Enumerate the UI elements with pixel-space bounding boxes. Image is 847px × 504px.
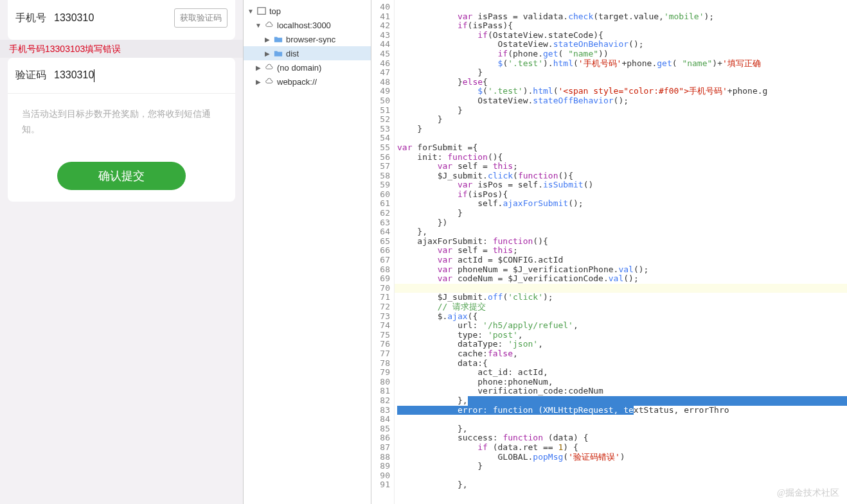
code-line[interactable]: GLOBAL.popMsg('验证码错误')	[395, 453, 847, 462]
line-number[interactable]: 81	[371, 387, 394, 396]
code-line[interactable]: var actId = $CONFIG.actId	[395, 256, 847, 265]
line-number[interactable]: 48	[371, 78, 394, 87]
code-line[interactable]: }	[395, 115, 847, 125]
code-line[interactable]: ajaxForSubmit: function(){	[395, 237, 847, 247]
code-line[interactable]: if(OstateView.stateCode){	[395, 31, 847, 40]
line-number[interactable]: 44	[371, 40, 394, 49]
code-line[interactable]: },	[395, 396, 847, 406]
line-number[interactable]: 72	[371, 302, 394, 312]
expand-arrow-icon[interactable]: ▶	[264, 36, 271, 43]
code-line[interactable]: error: function (XMLHttpRequest, textSta…	[395, 406, 847, 415]
code-input[interactable]: 1330310	[54, 69, 227, 82]
code-line[interactable]: var self = this;	[395, 246, 847, 256]
line-number[interactable]: 84	[371, 415, 394, 424]
line-number[interactable]: 67	[371, 256, 394, 265]
code-area[interactable]: var isPass = validata.check(target.value…	[395, 0, 847, 504]
line-number[interactable]: 74	[371, 321, 394, 331]
line-number[interactable]: 76	[371, 340, 394, 349]
code-line[interactable]: })	[395, 218, 847, 228]
line-number[interactable]: 52	[371, 115, 394, 125]
code-line[interactable]: var codeNum = $J_verificationCode.val();	[395, 274, 847, 284]
code-line[interactable]	[395, 471, 847, 481]
submit-button[interactable]: 确认提交	[57, 162, 186, 190]
line-number[interactable]: 83	[371, 406, 394, 415]
line-number[interactable]: 40	[371, 3, 394, 12]
line-number[interactable]: 58	[371, 171, 394, 181]
line-number[interactable]: 46	[371, 59, 394, 69]
line-number[interactable]: 57	[371, 162, 394, 171]
line-number[interactable]: 79	[371, 368, 394, 378]
tree-item--no-domain-[interactable]: ▶(no domain)	[244, 60, 371, 74]
expand-arrow-icon[interactable]: ▼	[255, 22, 262, 29]
line-number[interactable]: 87	[371, 443, 394, 453]
line-number[interactable]: 88	[371, 453, 394, 462]
line-number[interactable]: 91	[371, 480, 394, 490]
expand-arrow-icon[interactable]: ▶	[255, 78, 262, 85]
line-number[interactable]: 45	[371, 49, 394, 59]
tree-item-localhost-3000[interactable]: ▼localhost:3000	[244, 18, 371, 32]
code-line[interactable]: }else{	[395, 78, 847, 87]
tree-item-dist[interactable]: ▶dist	[244, 46, 371, 60]
line-number[interactable]: 50	[371, 96, 394, 106]
code-line[interactable]: OstateView.stateOffBehavior();	[395, 96, 847, 106]
code-line[interactable]	[395, 284, 847, 293]
line-number[interactable]: 54	[371, 134, 394, 143]
code-line[interactable]: var phoneNum = $J_verificationPhone.val(…	[395, 265, 847, 275]
code-line[interactable]: type: 'post',	[395, 331, 847, 340]
code-line[interactable]: var self = this;	[395, 162, 847, 171]
code-line[interactable]: var isPos = self.isSubmit()	[395, 180, 847, 190]
line-number[interactable]: 86	[371, 433, 394, 443]
line-number[interactable]: 90	[371, 471, 394, 481]
code-line[interactable]: }	[395, 106, 847, 116]
code-line[interactable]: data:{	[395, 359, 847, 369]
expand-arrow-icon[interactable]: ▼	[247, 8, 254, 15]
code-line[interactable]: // 请求提交	[395, 302, 847, 312]
code-line[interactable]: act_id: actId,	[395, 368, 847, 378]
code-line[interactable]: OstateView.stateOnBehavior();	[395, 40, 847, 49]
code-line[interactable]: success: function (data) {	[395, 433, 847, 443]
line-number[interactable]: 56	[371, 153, 394, 162]
code-line[interactable]: $('.test').html('手机号码'+phone.get( "name"…	[395, 59, 847, 69]
tree-item-top[interactable]: ▼top	[244, 4, 371, 18]
code-line[interactable]	[395, 134, 847, 143]
code-line[interactable]: init: function(){	[395, 153, 847, 162]
line-number[interactable]: 43	[371, 31, 394, 40]
line-number[interactable]: 82	[371, 396, 394, 406]
code-line[interactable]: if(isPass){	[395, 21, 847, 31]
code-line[interactable]: url: '/h5/apply/refuel',	[395, 321, 847, 331]
line-number[interactable]: 69	[371, 274, 394, 284]
line-number[interactable]: 73	[371, 312, 394, 322]
code-line[interactable]: if(phone.get( "name"))	[395, 49, 847, 59]
code-line[interactable]: }	[395, 462, 847, 471]
get-code-button[interactable]: 获取验证码	[174, 8, 227, 28]
line-number[interactable]: 64	[371, 227, 394, 237]
line-number[interactable]: 80	[371, 378, 394, 387]
code-line[interactable]	[395, 3, 847, 12]
line-number[interactable]: 59	[371, 180, 394, 190]
code-line[interactable]: $J_submit.click(function(){	[395, 171, 847, 181]
expand-arrow-icon[interactable]: ▶	[264, 50, 271, 57]
code-line[interactable]: phone:phoneNum,	[395, 378, 847, 387]
code-line[interactable]: }	[395, 125, 847, 134]
code-line[interactable]	[395, 415, 847, 424]
code-line[interactable]: $J_submit.off('click');	[395, 293, 847, 302]
line-number[interactable]: 65	[371, 237, 394, 247]
line-number[interactable]: 42	[371, 21, 394, 31]
line-number[interactable]: 66	[371, 246, 394, 256]
line-number[interactable]: 89	[371, 462, 394, 471]
code-line[interactable]: verification_code:codeNum	[395, 387, 847, 396]
code-line[interactable]: var forSubmit ={	[395, 143, 847, 153]
code-line[interactable]: self.ajaxForSubmit();	[395, 199, 847, 209]
line-number[interactable]: 49	[371, 87, 394, 96]
line-number[interactable]: 55	[371, 143, 394, 153]
line-number[interactable]: 77	[371, 349, 394, 359]
code-line[interactable]: dataType: 'json',	[395, 340, 847, 349]
code-line[interactable]: $.ajax({	[395, 312, 847, 322]
tree-item-webpack---[interactable]: ▶webpack://	[244, 74, 371, 89]
line-number[interactable]: 85	[371, 424, 394, 434]
line-number[interactable]: 61	[371, 199, 394, 209]
code-line[interactable]: $('.test').html('<span style="color:#f00…	[395, 87, 847, 96]
line-number[interactable]: 68	[371, 265, 394, 275]
line-number[interactable]: 60	[371, 190, 394, 200]
expand-arrow-icon[interactable]: ▶	[255, 64, 262, 71]
